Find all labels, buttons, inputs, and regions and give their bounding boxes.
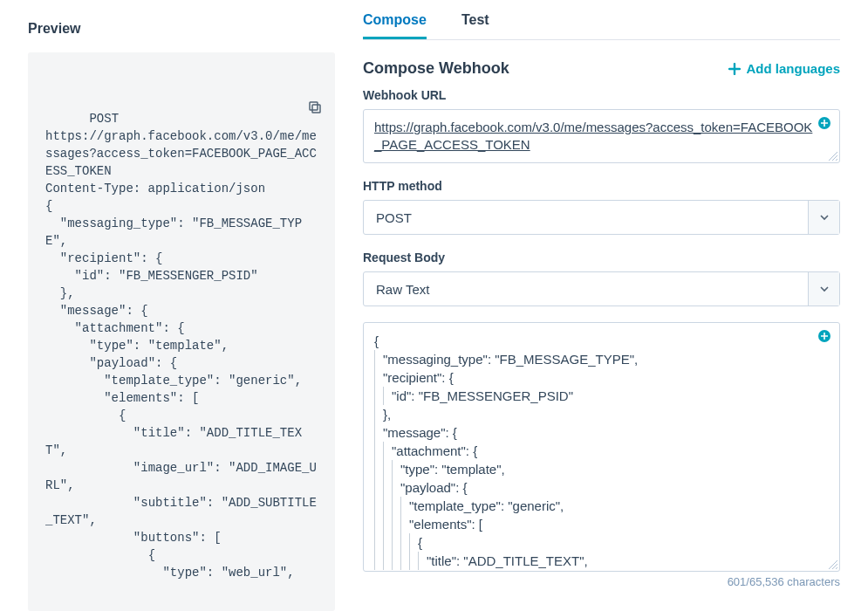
chevron-down-icon: [808, 201, 839, 234]
body-line: "messaging_type": "FB_MESSAGE_TYPE",: [374, 350, 813, 368]
add-languages-label: Add languages: [746, 61, 840, 76]
preview-title: Preview: [28, 21, 335, 37]
http-method-select[interactable]: POST: [363, 200, 840, 235]
body-line-text: "attachment": {: [392, 442, 477, 460]
body-line-text: "id": "FB_MESSENGER_PSID": [392, 387, 573, 405]
body-line-text: "template_type": "generic",: [409, 497, 564, 515]
request-body-type-value: Raw Text: [364, 272, 808, 306]
body-line-text: "recipient": {: [383, 368, 454, 387]
insert-token-icon[interactable]: [818, 330, 830, 342]
body-line-text: "payload": {: [400, 478, 468, 497]
resize-handle-icon: [829, 152, 837, 161]
webhook-url-input[interactable]: https://graph.facebook.com/v3.0/me/messa…: [363, 109, 840, 163]
body-line: "payload": {: [374, 478, 813, 497]
request-body-label: Request Body: [363, 251, 840, 264]
body-line-text: "message": {: [383, 423, 457, 442]
resize-handle-icon: [829, 560, 837, 569]
tab-compose[interactable]: Compose: [363, 0, 427, 39]
tab-test[interactable]: Test: [461, 0, 489, 39]
body-line: "elements": [: [374, 515, 813, 533]
body-line: "title": "ADD_TITLE_TEXT",: [374, 552, 813, 570]
webhook-url-value: https://graph.facebook.com/v3.0/me/messa…: [374, 120, 812, 152]
svg-rect-1: [310, 102, 318, 110]
chevron-down-icon: [808, 272, 839, 306]
body-line: "message": {: [374, 423, 813, 442]
preview-code-box: POST https://graph.facebook.com/v3.0/me/…: [28, 52, 335, 611]
webhook-url-label: Webhook URL: [363, 88, 840, 102]
body-line: {: [374, 533, 813, 552]
body-line-text: "messaging_type": "FB_MESSAGE_TYPE",: [383, 350, 638, 368]
body-line-text: },: [383, 405, 391, 423]
body-line-text: "title": "ADD_TITLE_TEXT",: [427, 552, 588, 570]
svg-rect-0: [312, 105, 320, 113]
insert-token-icon[interactable]: [818, 117, 830, 129]
body-line: "type": "template",: [374, 460, 813, 478]
body-line-text: {: [418, 533, 422, 552]
body-line-text: {: [374, 332, 379, 350]
body-line-text: "elements": [: [409, 515, 482, 533]
compose-pane: Compose Test Compose Webhook Add languag…: [349, 0, 868, 611]
plus-icon: [728, 63, 741, 75]
body-line: "attachment": {: [374, 442, 813, 460]
tabs: Compose Test: [363, 0, 840, 40]
http-method-value: POST: [364, 201, 808, 234]
request-body-type-select[interactable]: Raw Text: [363, 271, 840, 306]
add-languages-button[interactable]: Add languages: [728, 61, 840, 76]
character-counter: 601/65,536 characters: [363, 575, 840, 588]
body-line: "id": "FB_MESSENGER_PSID": [374, 387, 813, 405]
body-line: {: [374, 332, 813, 350]
preview-pane: Preview POST https://graph.facebook.com/…: [0, 0, 349, 611]
compose-header: Compose Webhook Add languages: [363, 59, 840, 78]
body-line: "recipient": {: [374, 368, 813, 387]
body-line: "template_type": "generic",: [374, 497, 813, 515]
body-line-text: "type": "template",: [400, 460, 505, 478]
http-method-label: HTTP method: [363, 179, 840, 193]
preview-code-text: POST https://graph.facebook.com/v3.0/me/…: [45, 112, 317, 580]
compose-title: Compose Webhook: [363, 59, 509, 78]
copy-icon[interactable]: [307, 65, 323, 80]
body-line: },: [374, 405, 813, 423]
request-body-input[interactable]: {"messaging_type": "FB_MESSAGE_TYPE","re…: [363, 322, 840, 572]
